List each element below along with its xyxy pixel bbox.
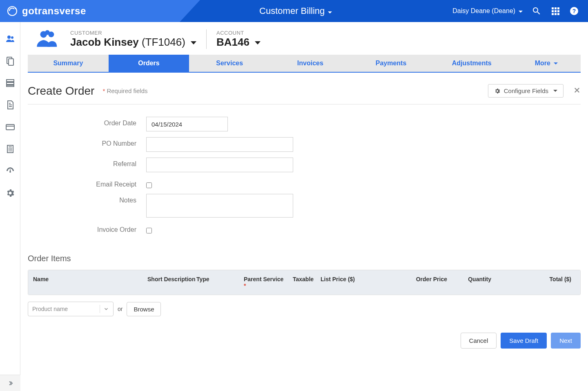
account-header: CUSTOMER Jacob Kinsey (TF1046) ACCOUNT B… bbox=[28, 28, 581, 51]
tab-adjustments[interactable]: Adjustments bbox=[431, 55, 512, 72]
divider bbox=[206, 29, 207, 49]
chevron-down-icon bbox=[255, 41, 261, 44]
order-date-label: Order Date bbox=[28, 117, 146, 127]
customer-label: CUSTOMER bbox=[70, 30, 196, 36]
customer-tabs: Summary Orders Services Invoices Payment… bbox=[28, 55, 581, 73]
account-label: ACCOUNT bbox=[216, 30, 261, 36]
save-draft-button[interactable]: Save Draft bbox=[501, 333, 547, 349]
svg-rect-2 bbox=[552, 7, 554, 9]
po-number-input[interactable] bbox=[146, 137, 293, 152]
tab-services[interactable]: Services bbox=[189, 55, 270, 72]
col-parent: Parent Service* bbox=[244, 276, 293, 289]
svg-rect-23 bbox=[10, 169, 11, 171]
sidebar-documents[interactable] bbox=[0, 94, 20, 116]
navbar-right: Daisy Deane (Deane) ? bbox=[452, 6, 588, 16]
tab-invoices[interactable]: Invoices bbox=[270, 55, 351, 72]
customer-value: Jacob Kinsey (TF1046) bbox=[70, 36, 196, 49]
brand-logo[interactable]: gotransverse bbox=[7, 5, 86, 17]
required-note: * Required fields bbox=[102, 87, 147, 94]
left-sidebar bbox=[0, 22, 20, 391]
user-menu[interactable]: Daisy Deane (Deane) bbox=[452, 7, 523, 15]
footer-buttons: Cancel Save Draft Next bbox=[28, 333, 581, 349]
apps-grid-icon[interactable] bbox=[550, 6, 560, 16]
cancel-button[interactable]: Cancel bbox=[461, 333, 497, 349]
page-title: Create Order bbox=[28, 84, 94, 98]
close-icon[interactable] bbox=[573, 87, 581, 95]
order-form: Order Date PO Number Referral Email Rece… bbox=[28, 117, 305, 233]
chevron-down-icon bbox=[328, 11, 332, 13]
chevron-down-icon bbox=[103, 306, 109, 312]
svg-point-14 bbox=[11, 36, 13, 39]
brand-area: gotransverse bbox=[0, 0, 180, 22]
col-total: Total ($) bbox=[491, 276, 575, 289]
col-name: Name bbox=[33, 276, 147, 289]
tab-summary[interactable]: Summary bbox=[28, 55, 109, 72]
order-items-table: Name Short Description Type Parent Servi… bbox=[28, 270, 581, 295]
svg-rect-10 bbox=[557, 13, 559, 15]
referral-input[interactable] bbox=[146, 158, 293, 172]
customers-icon bbox=[36, 28, 59, 51]
invoice-order-label: Invoice Order bbox=[28, 223, 146, 233]
sidebar-dashboard[interactable] bbox=[0, 160, 20, 182]
next-button[interactable]: Next bbox=[551, 333, 581, 349]
notes-label: Notes bbox=[28, 194, 146, 204]
col-desc: Short Description bbox=[147, 276, 196, 289]
order-items-header: Name Short Description Type Parent Servi… bbox=[28, 270, 580, 295]
gear-icon bbox=[494, 88, 501, 94]
svg-rect-18 bbox=[7, 82, 14, 84]
user-name: Daisy Deane (Deane) bbox=[452, 7, 515, 14]
customer-block[interactable]: CUSTOMER Jacob Kinsey (TF1046) bbox=[70, 30, 196, 49]
svg-rect-4 bbox=[557, 7, 559, 9]
main-content: CUSTOMER Jacob Kinsey (TF1046) ACCOUNT B… bbox=[20, 22, 588, 391]
col-taxable: Taxable bbox=[293, 276, 321, 289]
chevron-down-icon bbox=[554, 62, 558, 64]
sidebar-orders[interactable] bbox=[0, 50, 20, 72]
tab-more[interactable]: More bbox=[512, 55, 581, 72]
product-add-row: Product name or Browse bbox=[28, 302, 581, 316]
sidebar-settings[interactable] bbox=[0, 182, 20, 204]
chevron-down-icon bbox=[191, 41, 196, 44]
svg-rect-19 bbox=[7, 85, 14, 87]
col-type: Type bbox=[196, 276, 244, 289]
page-header: Create Order * Required fields Configure… bbox=[28, 84, 581, 104]
svg-rect-20 bbox=[6, 124, 14, 130]
or-text: or bbox=[118, 306, 122, 312]
referral-label: Referral bbox=[28, 158, 146, 168]
chevron-down-icon bbox=[519, 11, 523, 13]
svg-point-1 bbox=[15, 8, 16, 9]
sidebar-calculator[interactable] bbox=[0, 138, 20, 160]
account-block[interactable]: ACCOUNT BA146 bbox=[216, 30, 261, 49]
col-qty: Quantity bbox=[447, 276, 491, 289]
divider bbox=[100, 305, 100, 313]
svg-point-26 bbox=[45, 30, 50, 35]
brand-icon bbox=[7, 5, 18, 17]
svg-rect-7 bbox=[557, 10, 559, 12]
svg-rect-17 bbox=[7, 80, 14, 82]
chevron-down-icon bbox=[553, 90, 557, 92]
tab-orders[interactable]: Orders bbox=[109, 55, 189, 72]
col-listprice: List Price ($) bbox=[321, 276, 406, 289]
svg-text:?: ? bbox=[572, 8, 576, 14]
email-receipt-checkbox[interactable] bbox=[146, 182, 152, 188]
svg-rect-16 bbox=[9, 59, 13, 65]
sidebar-servers[interactable] bbox=[0, 72, 20, 94]
navbar-title-area[interactable]: Customer Billing bbox=[159, 6, 432, 16]
notes-textarea[interactable] bbox=[146, 194, 293, 218]
svg-rect-3 bbox=[555, 7, 557, 9]
product-placeholder: Product name bbox=[32, 306, 68, 312]
product-name-select[interactable]: Product name bbox=[28, 302, 114, 316]
svg-rect-5 bbox=[552, 10, 554, 12]
sidebar-expand[interactable] bbox=[0, 375, 20, 391]
svg-rect-8 bbox=[552, 13, 554, 15]
help-icon[interactable]: ? bbox=[569, 6, 579, 16]
tab-payments[interactable]: Payments bbox=[351, 55, 432, 72]
sidebar-customers[interactable] bbox=[0, 28, 20, 50]
email-receipt-label: Email Receipt bbox=[28, 178, 146, 188]
search-icon[interactable] bbox=[532, 6, 541, 16]
order-date-input[interactable] bbox=[146, 117, 228, 131]
sidebar-payments[interactable] bbox=[0, 116, 20, 138]
top-navbar: gotransverse Customer Billing Daisy Dean… bbox=[0, 0, 588, 22]
invoice-order-checkbox[interactable] bbox=[146, 228, 152, 233]
browse-button[interactable]: Browse bbox=[127, 302, 161, 316]
configure-fields-button[interactable]: Configure Fields bbox=[488, 84, 564, 98]
